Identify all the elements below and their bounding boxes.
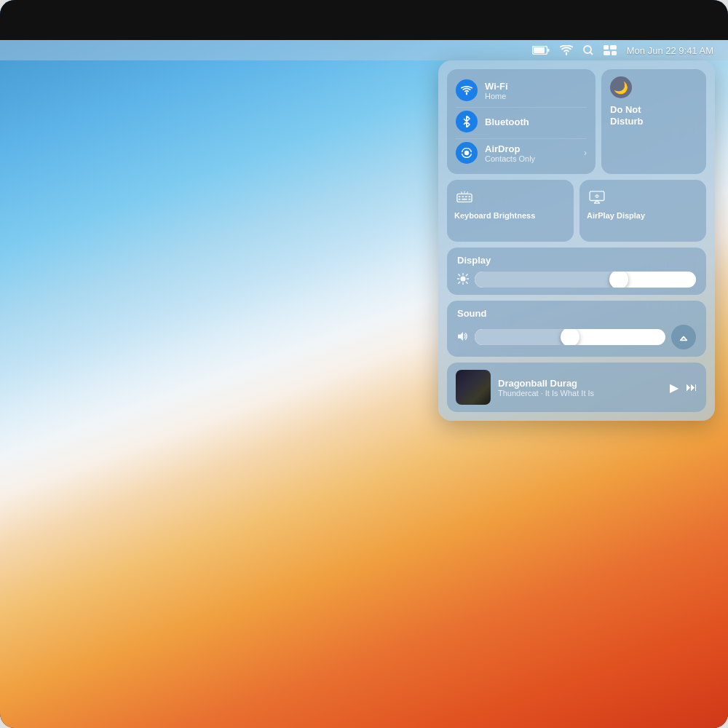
svg-rect-19 <box>469 199 471 200</box>
wifi-item[interactable]: Wi-Fi Home <box>456 76 587 104</box>
svg-line-21 <box>461 192 462 194</box>
sound-label: Sound <box>457 308 696 319</box>
dnd-label: Do NotDisturb <box>610 104 644 127</box>
svg-rect-16 <box>469 196 471 197</box>
display-brightness-icon <box>457 273 469 287</box>
battery-icon <box>532 46 550 55</box>
menubar-datetime: Mon Jun 22 9:41 AM <box>627 45 713 56</box>
airdrop-subtitle: Contacts Only <box>485 154 535 163</box>
bluetooth-item[interactable]: Bluetooth <box>456 107 587 135</box>
search-menubar-icon[interactable] <box>583 45 593 55</box>
svg-rect-7 <box>610 45 617 50</box>
airdrop-chevron-icon: › <box>584 148 587 158</box>
airplay-audio-button[interactable] <box>671 325 696 349</box>
airdrop-icon <box>456 142 478 164</box>
svg-point-25 <box>460 276 465 281</box>
svg-rect-8 <box>604 51 610 55</box>
svg-line-5 <box>590 52 593 55</box>
svg-line-32 <box>466 274 467 275</box>
wifi-icon <box>456 79 478 101</box>
control-center-menubar-icon[interactable] <box>604 45 617 55</box>
svg-line-31 <box>466 282 467 283</box>
display-slider-track[interactable] <box>475 272 696 288</box>
svg-rect-15 <box>465 196 467 197</box>
track-artist: Thundercat · It Is What It Is <box>498 389 662 397</box>
svg-line-33 <box>459 282 460 283</box>
airdrop-item[interactable]: AirDrop Contacts Only › <box>456 138 587 167</box>
airplay-display-icon <box>587 187 607 207</box>
skip-button[interactable]: ⏭ <box>686 381 697 394</box>
bluetooth-icon <box>456 111 478 132</box>
svg-rect-14 <box>462 196 464 197</box>
top-row: Wi-Fi Home Bluetooth <box>447 69 706 174</box>
svg-line-30 <box>459 274 460 275</box>
svg-rect-17 <box>459 199 461 200</box>
wifi-text: Wi-Fi Home <box>485 81 508 100</box>
sound-volume-icon <box>457 331 469 344</box>
album-art <box>456 370 491 405</box>
bluetooth-title: Bluetooth <box>485 116 529 127</box>
svg-rect-2 <box>547 49 550 52</box>
keyboard-brightness-icon <box>454 187 475 207</box>
second-row: Keyboard Brightness AirPlay Display <box>447 180 706 242</box>
control-center-panel: Wi-Fi Home Bluetooth <box>438 60 715 421</box>
wifi-subtitle: Home <box>485 92 508 100</box>
menubar: Mon Jun 22 9:41 AM <box>0 40 728 60</box>
now-playing-panel: Dragonball Durag Thundercat · It Is What… <box>447 363 706 412</box>
connectivity-panel: Wi-Fi Home Bluetooth <box>447 69 596 174</box>
sound-slider-row <box>457 325 696 349</box>
svg-rect-6 <box>604 45 609 50</box>
mac-screen: Mon Jun 22 9:41 AM <box>0 0 728 728</box>
svg-point-11 <box>464 151 469 155</box>
svg-rect-12 <box>457 194 472 202</box>
airplay-display-label: AirPlay Display <box>587 210 645 221</box>
playback-controls: ▶ ⏭ <box>670 381 697 395</box>
display-label: Display <box>457 255 696 266</box>
wifi-menubar-icon[interactable] <box>560 45 573 55</box>
display-section: Display <box>447 248 706 295</box>
dnd-icon: 🌙 <box>610 76 632 98</box>
svg-point-10 <box>466 93 467 95</box>
svg-line-22 <box>467 192 467 194</box>
svg-point-3 <box>566 53 567 55</box>
svg-rect-23 <box>590 191 604 201</box>
sound-slider-track[interactable] <box>475 329 665 345</box>
svg-rect-9 <box>612 51 617 55</box>
keyboard-brightness-tile[interactable]: Keyboard Brightness <box>447 180 574 242</box>
bluetooth-text: Bluetooth <box>485 116 529 127</box>
svg-rect-18 <box>462 199 467 200</box>
play-button[interactable]: ▶ <box>670 381 678 395</box>
wifi-title: Wi-Fi <box>485 81 508 92</box>
airplay-display-tile[interactable]: AirPlay Display <box>579 180 706 242</box>
top-bezel <box>0 0 728 40</box>
svg-rect-13 <box>459 196 461 197</box>
svg-rect-1 <box>534 47 545 53</box>
svg-marker-34 <box>458 331 463 340</box>
sound-section: Sound <box>447 301 706 357</box>
keyboard-brightness-label: Keyboard Brightness <box>454 210 535 221</box>
airdrop-text: AirDrop Contacts Only <box>485 143 535 163</box>
dnd-panel[interactable]: 🌙 Do NotDisturb <box>601 69 706 174</box>
track-title: Dragonball Durag <box>498 378 662 389</box>
display-slider-row <box>457 272 696 288</box>
airdrop-title: AirDrop <box>485 143 535 154</box>
track-info: Dragonball Durag Thundercat · It Is What… <box>498 378 662 397</box>
